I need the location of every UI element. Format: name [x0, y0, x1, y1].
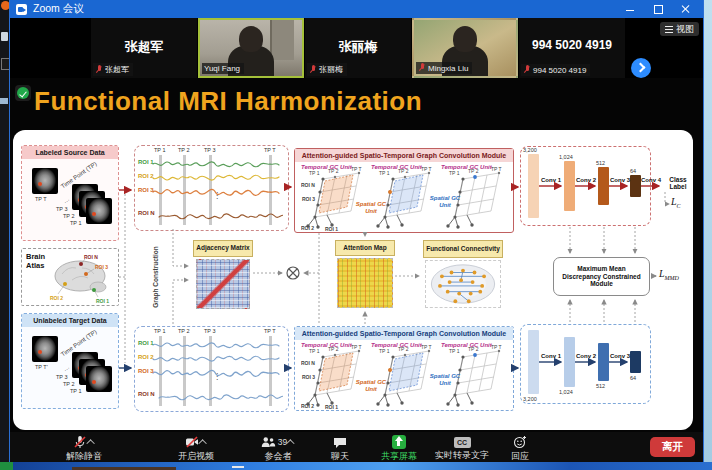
tp-label: TP 2 — [398, 346, 409, 352]
participant-tile[interactable]: 张超军 张超军 — [91, 18, 197, 78]
participants-icon — [261, 436, 276, 449]
minimize-button[interactable] — [625, 4, 635, 14]
grid-view-icon — [665, 26, 673, 33]
conv-label: Conv 2 — [576, 353, 596, 359]
box-title: Unlabeled Target Data — [22, 314, 118, 327]
chevron-up-icon[interactable] — [287, 439, 295, 447]
tp-label: TP 2 — [328, 346, 339, 352]
participant-tile[interactable]: Mingxia Liu — [412, 18, 518, 78]
next-participants-button[interactable] — [631, 58, 651, 78]
view-button[interactable]: 视图 — [660, 22, 699, 36]
participant-label: 张丽梅 — [319, 64, 343, 75]
vertical-ellipsis: ⋮ — [213, 375, 221, 380]
reactions-button[interactable]: 回应 — [511, 435, 529, 463]
participant-strip: 张超军 张超军 Yuqi Fang 张丽梅 张丽梅 Mingxia Liu 99… — [10, 18, 703, 78]
conv-label: Conv 2 — [576, 177, 596, 183]
participant-name: 张丽梅 — [305, 38, 411, 56]
conv-feature-bar — [630, 351, 641, 373]
roi-tick: ROI 2 — [138, 354, 154, 360]
feature-size: 1,024 — [559, 154, 573, 160]
tp-tick: TP 3 — [204, 328, 216, 334]
cc-icon: CC — [454, 437, 471, 448]
tp-label: TP T — [491, 344, 502, 350]
video-background — [270, 20, 294, 60]
unmute-button[interactable]: 解除静音 — [66, 435, 102, 463]
tp-label: TP 2 — [468, 168, 479, 174]
feature-size: 64 — [630, 168, 636, 174]
module-title: Attention-guided Spatio-Temporal Graph C… — [295, 149, 513, 162]
roi-label: ROI 3 — [95, 264, 108, 270]
roi-signals — [151, 333, 283, 407]
tp-tick: TP 1 — [154, 328, 166, 334]
conv-label: Conv 3 — [610, 353, 630, 359]
roi-label: ROI 2 — [301, 403, 314, 409]
window-title: Zoom 会议 — [33, 2, 84, 16]
participant-name: 张超军 — [91, 38, 197, 56]
window-titlebar[interactable]: Zoom 会议 — [10, 0, 703, 18]
desktop-taskbar-strip — [0, 462, 712, 470]
adjacency-matrix-image — [196, 259, 250, 309]
conv-feature-bar — [564, 161, 575, 211]
tp-label: TP T — [491, 166, 502, 172]
mic-muted-icon — [95, 65, 103, 75]
roi-label: ROI 1 — [325, 226, 338, 231]
chevron-up-icon[interactable] — [86, 439, 94, 447]
tp-label: TP 2 — [468, 346, 479, 352]
roi-label: ROI 1 — [96, 298, 109, 304]
desktop-fragment — [232, 466, 244, 468]
participant-tile[interactable]: 张丽梅 张丽梅 — [305, 18, 411, 78]
roi-tick: ROI 3 — [138, 368, 154, 374]
tp-label: TP 3 — [56, 206, 68, 212]
loss-mmd: LMMD — [659, 268, 679, 281]
tp-label: TP T — [351, 344, 362, 350]
desktop-icon[interactable] — [1, 32, 8, 41]
tp-label: TP T — [35, 196, 47, 202]
maximize-button[interactable] — [653, 4, 663, 14]
participant-tile[interactable]: 994 5020 4919 994 5020 4919 — [519, 18, 625, 78]
tp-label: TP 1 — [379, 170, 390, 176]
roi-tick: ROI N — [138, 391, 155, 397]
spatial-gc-label: Spatial GC Unit — [353, 379, 389, 392]
feature-size: 3,200 — [523, 147, 537, 153]
tp-label: TP 1 — [449, 348, 460, 354]
conv-feature-bar — [598, 167, 609, 205]
meeting-toolbar: 解除静音 开启视频 39 参会者 — [10, 432, 703, 462]
leave-button[interactable]: 离开 — [650, 437, 695, 457]
mmd-module-box: Maximum Mean Discrepancy Constrained Mod… — [553, 257, 650, 296]
start-video-button[interactable]: 开启视频 — [178, 435, 214, 463]
roi-label: ROI 3 — [302, 196, 315, 202]
conv-feature-bar — [528, 154, 539, 218]
slide-title: Functional MRI Harmonization — [34, 86, 422, 117]
tp-tick: TP 2 — [178, 147, 190, 153]
mic-muted-icon — [73, 435, 87, 449]
st-graph-unit: Temporal GC Unit TP 1 TP 2 TP T ROI N RO… — [301, 341, 365, 409]
tp-label: TP 1 — [309, 348, 320, 354]
participants-button[interactable]: 39 参会者 — [261, 435, 295, 463]
roi-label: ROI 2 — [301, 225, 314, 231]
close-button[interactable] — [681, 4, 691, 14]
verified-check-icon — [15, 85, 31, 101]
target-timeseries-panel: TP 1 TP 2 TP 3 TP T ROI 1 ROI 2 ROI 3 RO… — [134, 326, 289, 412]
zoom-app-icon — [16, 4, 27, 15]
shared-screen: Functional MRI Harmonization Labeled Sou… — [10, 78, 703, 432]
st-graph-unit: Temporal GC Unit TP 1 TP 2 TP T ROI N RO… — [301, 163, 365, 231]
participant-tile-active-speaker[interactable]: Yuqi Fang — [198, 18, 304, 78]
roi-tick: ROI 3 — [138, 187, 154, 193]
adjacency-matrix-title: Adjacency Matrix — [193, 240, 253, 257]
tp-label: TP T' — [35, 364, 48, 370]
roi-label: ROI 1 — [325, 404, 338, 409]
attention-map-title: Attention Map — [335, 240, 395, 256]
chevron-up-icon[interactable] — [198, 439, 206, 447]
share-screen-button[interactable]: 共享屏幕 — [381, 435, 417, 463]
spatial-gc-label: Spatial GC Unit — [427, 195, 463, 208]
chat-button[interactable]: 聊天 — [331, 435, 349, 463]
labeled-source-data-box: Labeled Source Data TP T Time Point (TP)… — [21, 145, 119, 241]
live-transcript-button[interactable]: CC 实时转录文字 — [435, 435, 489, 462]
tp-label: TP 2 — [328, 168, 339, 174]
tp-tick: TP T — [264, 328, 276, 334]
desktop-icon[interactable] — [0, 98, 8, 104]
st-graph-unit: Temporal GC Unit TP 1 TP 2 TP T — [371, 163, 435, 231]
box-title: Labeled Source Data — [22, 146, 118, 159]
desktop-edge-right — [704, 0, 712, 470]
roi-label: ROI N — [301, 360, 315, 366]
